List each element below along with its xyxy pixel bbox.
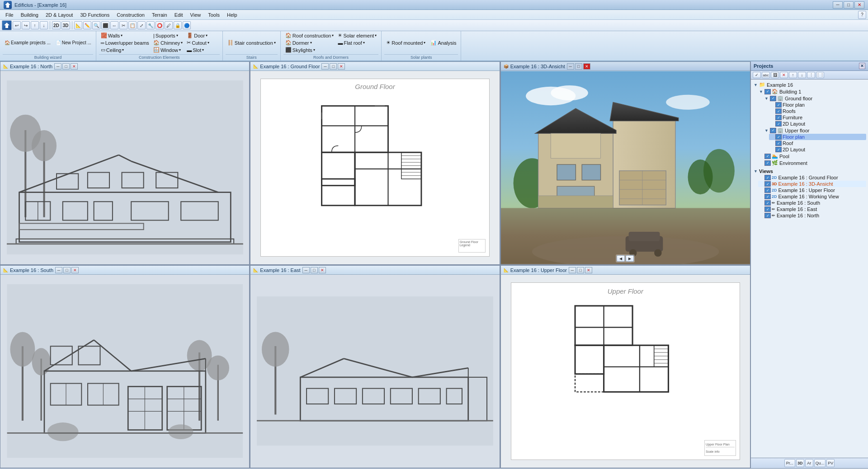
- vp-north-close[interactable]: ✕: [71, 63, 78, 70]
- menu-help[interactable]: Help: [223, 11, 241, 19]
- tb-icon-1[interactable]: 📐: [74, 21, 82, 29]
- vp-upper-content[interactable]: Upper Floor: [501, 275, 750, 468]
- lower-upper-beams-button[interactable]: ═ Lower/upper beams: [99, 40, 151, 46]
- tree-item-furniture-gf[interactable]: ✓ Furniture: [769, 114, 866, 121]
- ceiling-button[interactable]: ▭ Ceiling▾: [99, 47, 151, 53]
- tree-item-view-east[interactable]: ✓ ✏ Example 16 : East: [758, 206, 866, 212]
- view-2d-button[interactable]: 2D: [52, 21, 61, 29]
- menu-file[interactable]: File: [2, 11, 17, 19]
- stair-construction-button[interactable]: 🪜 Stair construction▾: [226, 39, 278, 46]
- vp-south-close[interactable]: ✕: [71, 267, 79, 273]
- tree-item-environment[interactable]: ✓ 🌿 Environment: [758, 159, 866, 166]
- panel-bottom-3d[interactable]: 3D: [796, 459, 804, 467]
- vp-north-minimize[interactable]: ─: [54, 63, 61, 70]
- restore-button[interactable]: □: [844, 1, 854, 9]
- vp-south-minimize[interactable]: ─: [55, 267, 62, 273]
- vp-east-restore[interactable]: □: [311, 267, 318, 273]
- tree-item-view-north[interactable]: ✓ ✏ Example 16 : North: [758, 212, 866, 219]
- tree-item-upperfloor[interactable]: ▼ ✓ 🏢 Upper floor: [764, 127, 866, 134]
- tree-item-roof-uf[interactable]: ✓ Roof: [769, 140, 866, 146]
- tree-item-view-3d[interactable]: ✓ 3D Example 16 : 3D-Ansicht: [758, 181, 866, 187]
- tree-item-view-upperfloor[interactable]: ✓ 2D Example 16 : Upper Floor: [758, 187, 866, 193]
- tree-item-2dlayout-gf[interactable]: ✓ 2D Layout: [769, 121, 866, 127]
- tb-icon-11[interactable]: 🖊: [165, 21, 173, 29]
- tb-icon-13[interactable]: 🔵: [183, 21, 191, 29]
- roof-mounted-button[interactable]: ☀ Roof mounted▾: [384, 39, 427, 46]
- panel-bottom-ar[interactable]: Ar: [805, 459, 813, 467]
- menu-edit[interactable]: Edit: [171, 11, 187, 19]
- solar-element-button[interactable]: ☀ Solar element▾: [336, 32, 378, 39]
- vp-upper-restore[interactable]: □: [577, 267, 584, 273]
- view-3d-button[interactable]: 3D: [61, 21, 70, 29]
- tree-item-groundfloor[interactable]: ▼ ✓ 🏢 Ground floor: [764, 95, 866, 102]
- window-button[interactable]: 🪟 Window▾: [151, 47, 184, 53]
- supports-button[interactable]: | Supports▾: [151, 33, 184, 39]
- panel-tb-up[interactable]: ↑: [789, 72, 797, 78]
- vp-east-minimize[interactable]: ─: [302, 267, 310, 273]
- panel-tb-down[interactable]: ↓: [798, 72, 806, 78]
- vp-upper-close[interactable]: ✕: [585, 267, 592, 273]
- tb-icon-6[interactable]: ✂: [119, 21, 127, 29]
- tree-item-building1[interactable]: ▼ ✓ 🏠 Building 1: [758, 88, 866, 95]
- analysis-button[interactable]: 📊 Analysis: [429, 39, 458, 46]
- vp-ground-content[interactable]: Ground Floor: [250, 71, 499, 264]
- panel-close-btn[interactable]: ✕: [859, 63, 865, 69]
- vp-east-close[interactable]: ✕: [319, 267, 326, 273]
- panel-bottom-qu[interactable]: Qu...: [814, 459, 826, 467]
- cutout-button[interactable]: ✂ Cutout▾: [185, 39, 211, 46]
- redo-button[interactable]: ↪: [22, 21, 30, 29]
- close-button[interactable]: ✕: [854, 1, 864, 9]
- slot-button[interactable]: ▬ Slot▾: [185, 47, 211, 53]
- roof-construction-button[interactable]: 🏠 Roof construction▾: [283, 32, 336, 39]
- tree-item-2dlayout-uf[interactable]: ✓ 2D Layout: [769, 146, 866, 153]
- tree-item-floorplan-uf[interactable]: ✓ Floor plan: [769, 134, 866, 140]
- panel-bottom-projects[interactable]: Pr...: [784, 459, 795, 467]
- new-project-button[interactable]: 📄 New Project ...: [54, 40, 93, 46]
- tb-icon-4[interactable]: ⬛: [101, 21, 109, 29]
- vp-3d-content[interactable]: ◀ ▶: [501, 71, 750, 264]
- vp-3d-minimize[interactable]: ─: [567, 63, 574, 70]
- vp-east-content[interactable]: [250, 275, 499, 468]
- vp-3d-close[interactable]: ✕: [583, 63, 590, 70]
- minimize-button[interactable]: ─: [833, 1, 843, 9]
- flat-roof-button[interactable]: ▬ Flat roof▾: [336, 40, 378, 46]
- 3d-nav-left[interactable]: ◀: [617, 255, 625, 262]
- tb-icon-10[interactable]: ⭕: [156, 21, 164, 29]
- help-icon[interactable]: ?: [858, 11, 866, 19]
- tree-item-floorplan-gf[interactable]: ✓ Floor plan: [769, 102, 866, 108]
- up-button[interactable]: ↑: [31, 21, 39, 29]
- vp-south-restore[interactable]: □: [63, 267, 71, 273]
- tree-item-views[interactable]: ▼ Views: [753, 168, 866, 174]
- tb-icon-12[interactable]: 🔒: [174, 21, 182, 29]
- vp-north-content[interactable]: [0, 71, 249, 264]
- vp-3d-restore[interactable]: □: [575, 63, 582, 70]
- tree-item-view-south[interactable]: ✓ ✏ Example 16 : South: [758, 200, 866, 206]
- tb-icon-8[interactable]: ⤢: [137, 21, 146, 29]
- panel-tb-abc[interactable]: abc: [762, 72, 770, 78]
- skylights-button[interactable]: ⬛ Skylights▾: [283, 47, 336, 53]
- panel-tb-delete[interactable]: ✕: [780, 72, 788, 78]
- tree-item-view-groundfloor[interactable]: ✓ 2D Example 16 : Ground Floor: [758, 174, 866, 181]
- tree-item-view-working[interactable]: ✓ 2D Example 16 : Working View: [758, 193, 866, 200]
- tree-item-pool[interactable]: ✓ 🏊 Pool: [758, 153, 866, 159]
- 3d-nav-right[interactable]: ▶: [626, 255, 634, 262]
- vp-north-restore[interactable]: □: [62, 63, 70, 70]
- menu-construction[interactable]: Construction: [113, 11, 148, 19]
- vp-ground-minimize[interactable]: ─: [321, 63, 329, 70]
- example-projects-button[interactable]: 🏠 Example projects ...: [3, 40, 52, 46]
- menu-3dfunctions[interactable]: 3D Functions: [76, 11, 113, 19]
- tb-icon-7[interactable]: 📋: [128, 21, 137, 29]
- panel-tb-dots2[interactable]: ⋮⋮: [816, 72, 824, 78]
- panel-tb-dots[interactable]: ⋮: [807, 72, 815, 78]
- chimney-button[interactable]: 🏠 Chimney▾: [151, 39, 184, 46]
- down-button[interactable]: ↓: [40, 21, 48, 29]
- menu-2dlayout[interactable]: 2D & Layout: [42, 11, 77, 19]
- vp-ground-restore[interactable]: □: [330, 63, 337, 70]
- vp-ground-close[interactable]: ✕: [338, 63, 345, 70]
- menu-view[interactable]: View: [187, 11, 205, 19]
- tb-icon-5[interactable]: ↔: [110, 21, 118, 29]
- menu-building[interactable]: Building: [17, 11, 42, 19]
- door-button[interactable]: 🚪 Door▾: [185, 32, 211, 39]
- panel-bottom-pv[interactable]: PV: [826, 459, 835, 467]
- app-logo-btn[interactable]: [2, 20, 12, 30]
